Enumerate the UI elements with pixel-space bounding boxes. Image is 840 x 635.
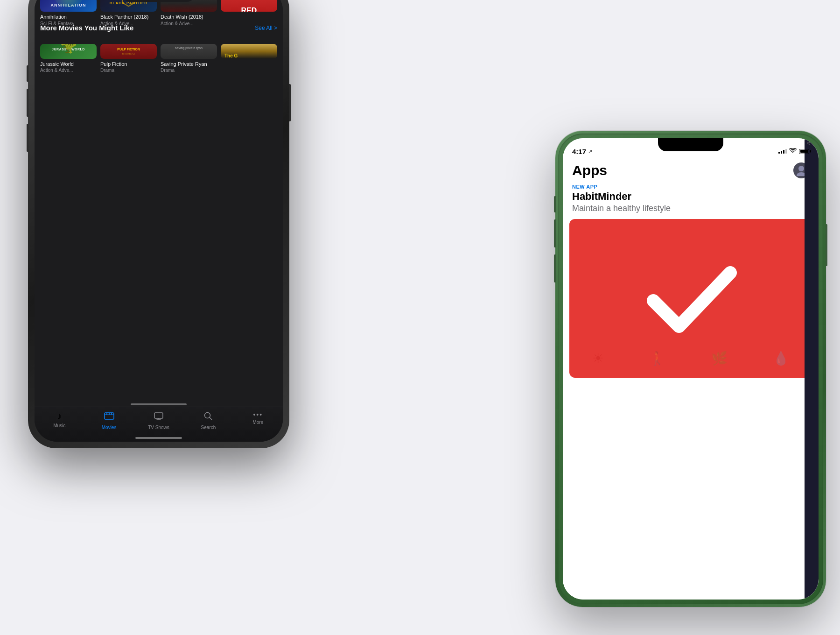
status-icons bbox=[778, 148, 809, 155]
movie-genre: Action & Adve... bbox=[40, 67, 97, 73]
nav-search[interactable]: Search bbox=[196, 411, 220, 430]
movie-title: Black Panther (2018) bbox=[100, 14, 157, 20]
status-time: 4:17 bbox=[572, 148, 586, 155]
svg-rect-5 bbox=[154, 413, 163, 418]
phone2-power-button bbox=[826, 224, 827, 266]
battery-fill bbox=[800, 150, 808, 153]
apps-page-title: Apps bbox=[572, 162, 607, 178]
phone1-volume-down-button bbox=[27, 124, 28, 152]
phone1-mute-button bbox=[27, 65, 28, 82]
poster-jurassic[interactable] bbox=[40, 44, 97, 58]
see-all-link[interactable]: See All > bbox=[255, 25, 277, 31]
movie-info-pf: Pulp Fiction Drama bbox=[100, 59, 157, 73]
battery-icon bbox=[799, 149, 809, 154]
movies-row-2: Jurassic World Action & Adve... Pulp Fic… bbox=[40, 44, 277, 58]
nav-tvshows-label: TV Shows bbox=[148, 425, 169, 430]
home-indicator bbox=[135, 437, 182, 439]
new-app-badge: NEW APP bbox=[563, 184, 819, 190]
phone2-appstore: 4:17 ↗ bbox=[555, 131, 826, 607]
poster-annihilation[interactable] bbox=[40, 0, 97, 12]
nav-tvshows[interactable]: TV Shows bbox=[147, 411, 170, 430]
app-banner[interactable]: ☀ 🚶 🌿 💧 bbox=[569, 219, 812, 378]
poster-godfather[interactable] bbox=[221, 44, 277, 58]
walk-bg-icon: 🚶 bbox=[649, 351, 665, 366]
leaf-bg-icon: 🌿 bbox=[711, 351, 728, 366]
movie-item: Annihilation Sci-Fi & Fantasy bbox=[40, 0, 97, 12]
nav-movies[interactable]: Movies bbox=[98, 411, 121, 430]
signal-bar-1 bbox=[778, 152, 780, 154]
poster-pulp[interactable] bbox=[100, 44, 157, 58]
signal-bar-2 bbox=[781, 151, 782, 154]
movie-item: The G Part I Drama bbox=[221, 44, 277, 58]
right-partial-card: M bbox=[805, 138, 819, 600]
movies-grid-bottom: Jurassic World Action & Adve... Pulp Fic… bbox=[35, 39, 283, 67]
location-icon: ↗ bbox=[588, 148, 592, 155]
poster-red[interactable] bbox=[221, 0, 277, 12]
movie-info-jw: Jurassic World Action & Adve... bbox=[40, 59, 97, 73]
movie-info-spr: Saving Private Ryan Drama bbox=[161, 59, 217, 73]
svg-line-9 bbox=[210, 417, 212, 420]
music-icon: ♪ bbox=[57, 411, 62, 422]
status-time-area: 4:17 ↗ bbox=[572, 148, 592, 155]
movie-item: Saving Private Ryan Drama bbox=[161, 44, 217, 58]
phone1-power-button bbox=[289, 84, 291, 121]
phone2-screen: 4:17 ↗ bbox=[563, 138, 819, 600]
signal-bars-icon bbox=[778, 149, 787, 154]
movie-info-dw: Death Wish (2018) Action & Adve... bbox=[161, 12, 217, 26]
phone2-mute-button bbox=[554, 196, 556, 212]
search-nav-icon bbox=[203, 411, 213, 423]
movie-title: Saving Private Ryan bbox=[161, 61, 217, 67]
section-title: More Movies You Might Like bbox=[40, 24, 133, 32]
more-icon: ••• bbox=[253, 411, 263, 418]
scene: Annihilation Sci-Fi & Fantasy Black Pant… bbox=[0, 0, 840, 635]
movies-icon bbox=[104, 411, 114, 423]
featured-app-name: HabitMinder bbox=[563, 190, 819, 204]
phone1-content: Annihilation Sci-Fi & Fantasy Black Pant… bbox=[35, 0, 283, 442]
nav-more-label: More bbox=[252, 420, 263, 425]
featured-app-tagline: Maintain a healthy lifestyle bbox=[563, 204, 819, 219]
signal-bar-4 bbox=[785, 149, 787, 154]
nav-movies-label: Movies bbox=[102, 425, 117, 430]
phone2-volume-down-button bbox=[554, 254, 556, 282]
signal-bar-3 bbox=[783, 150, 784, 154]
nav-music-label: Music bbox=[53, 423, 65, 428]
appstore-header: Apps bbox=[563, 159, 819, 184]
phone1-notch bbox=[121, 0, 196, 2]
phone2-content: 4:17 ↗ bbox=[563, 138, 819, 600]
movies-grid-top: Annihilation Sci-Fi & Fantasy Black Pant… bbox=[35, 0, 283, 20]
banner-bg-icons: ☀ 🚶 🌿 💧 bbox=[569, 351, 812, 366]
movie-title: Pulp Fiction bbox=[100, 61, 157, 67]
checkmark-svg bbox=[644, 256, 737, 340]
movie-item: Red S Thrille... bbox=[221, 0, 277, 12]
movie-genre: Drama bbox=[161, 67, 217, 73]
movie-item: Pulp Fiction Drama bbox=[100, 44, 157, 58]
tvshows-icon bbox=[154, 411, 164, 423]
wifi-icon bbox=[789, 148, 797, 155]
movie-title: Annihilation bbox=[40, 14, 97, 20]
movie-genre: Action & Adve... bbox=[161, 21, 217, 27]
bottom-navigation: ♪ Music Movie bbox=[35, 407, 283, 442]
nav-more[interactable]: ••• More bbox=[246, 411, 270, 425]
poster-ryan[interactable] bbox=[161, 44, 217, 58]
drop-bg-icon: 💧 bbox=[773, 351, 789, 366]
movie-item: Jurassic World Action & Adve... bbox=[40, 44, 97, 58]
nav-music[interactable]: ♪ Music bbox=[48, 411, 71, 428]
phone2-notch bbox=[658, 138, 723, 151]
scroll-indicator bbox=[131, 403, 187, 405]
svg-point-10 bbox=[798, 166, 804, 171]
nav-search-label: Search bbox=[201, 425, 216, 430]
movie-title: Jurassic World bbox=[40, 61, 97, 67]
phone1-itunes: Annihilation Sci-Fi & Fantasy Black Pant… bbox=[28, 0, 289, 448]
phone1-volume-up-button bbox=[27, 89, 28, 117]
movie-genre: Drama bbox=[100, 67, 157, 73]
sun-bg-icon: ☀ bbox=[592, 351, 604, 366]
movie-title: Death Wish (2018) bbox=[161, 14, 217, 20]
phone2-volume-up-button bbox=[554, 219, 556, 247]
phone1-screen: Annihilation Sci-Fi & Fantasy Black Pant… bbox=[35, 0, 283, 442]
